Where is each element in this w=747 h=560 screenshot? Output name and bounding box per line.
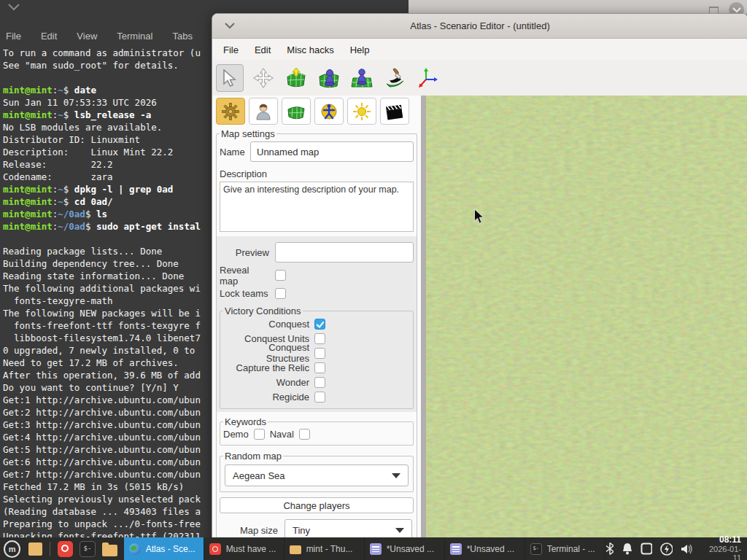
atlas-titlebar[interactable]: Atlas - Scenario Editor - (untitled) — [212, 14, 747, 39]
tool-place-object[interactable] — [316, 65, 342, 91]
atlas-menu-help[interactable]: Help — [342, 42, 378, 58]
pawn-on-grid-icon — [351, 68, 373, 88]
keyword-checkbox-demo[interactable] — [254, 429, 265, 440]
power-icon[interactable] — [660, 542, 673, 556]
system-tray: 08:11 2026-01-11 — [605, 535, 747, 560]
atlas-menu-misc-hacks[interactable]: Misc hacks — [279, 42, 341, 58]
terminal-menubar: FileEditViewTerminalTabsHelp — [6, 28, 232, 44]
terminal-icon: $- — [530, 543, 542, 555]
victory-checkbox-conquest-units[interactable] — [314, 333, 325, 344]
victory-checkbox-wonder[interactable] — [314, 377, 325, 388]
terminal-menu-view[interactable]: View — [77, 31, 97, 42]
tool-move[interactable] — [250, 65, 276, 91]
keyword-checkbox-naval[interactable] — [299, 429, 310, 440]
chevron-down-icon — [732, 7, 741, 13]
terminal-menu-edit[interactable]: Edit — [41, 31, 57, 42]
lock-teams-label: Lock teams — [220, 288, 269, 299]
volume-icon[interactable] — [681, 543, 694, 555]
taskbar: m $- Atlas - Sce...Must have ...mint - T… — [0, 537, 747, 560]
clock-date: 2026-01-11 — [703, 545, 741, 560]
mint-logo-icon: m — [9, 545, 16, 553]
tab-player[interactable] — [249, 98, 278, 125]
window-label: Terminal - ... — [547, 544, 595, 554]
map-viewport[interactable] — [426, 96, 747, 560]
description-textarea[interactable]: Give an interesting description of your … — [220, 182, 414, 232]
window-label: Atlas - Sce... — [146, 544, 196, 554]
name-label: Name — [220, 147, 250, 158]
tab-terrain[interactable] — [282, 98, 311, 125]
chevron-down-icon — [395, 528, 404, 533]
preview-label: Preview — [220, 247, 275, 258]
tool-select[interactable] — [216, 64, 244, 92]
media-player-launcher[interactable] — [58, 541, 73, 557]
tab-map-settings[interactable] — [216, 98, 245, 125]
taskbar-window-0[interactable]: Atlas - Sce... — [124, 537, 204, 560]
tool-move-object[interactable] — [349, 65, 375, 91]
figure-icon — [320, 103, 338, 120]
clock[interactable]: 08:11 2026-01-11 — [703, 535, 741, 560]
lock-teams-checkbox[interactable] — [275, 288, 286, 299]
victory-row: Wonder — [223, 375, 410, 389]
atlas-toolbar — [212, 61, 747, 96]
atlas-menu-edit[interactable]: Edit — [247, 42, 279, 58]
panel-sash[interactable] — [421, 96, 426, 560]
taskbar-window-1[interactable]: Must have ... — [204, 537, 285, 560]
atlas-sidebar: Map settings Name Unnamed map Descriptio… — [212, 96, 421, 560]
show-desktop-button[interactable] — [28, 542, 42, 556]
victory-row: Conquest Structures — [223, 346, 410, 360]
terrain-map-icon — [287, 104, 306, 120]
victory-checkbox-regicide[interactable] — [314, 392, 325, 402]
victory-label: Regicide — [223, 392, 314, 402]
window-list: Atlas - Sce...Must have ...mint - Thu...… — [124, 537, 605, 560]
editor-icon — [370, 543, 382, 555]
person-icon — [255, 103, 271, 120]
editor-icon — [450, 543, 462, 555]
keywords-group: Keywords DemoNaval — [220, 416, 414, 446]
victory-checkbox-conquest[interactable] — [314, 319, 325, 330]
notifications-icon[interactable] — [622, 542, 632, 555]
atlas-menu-file[interactable]: File — [215, 42, 247, 58]
mint-menu-button[interactable]: m — [4, 540, 20, 558]
axes-icon — [417, 68, 438, 88]
pawn-on-map-icon — [318, 68, 340, 88]
terminal-menu-file[interactable]: File — [6, 31, 21, 42]
tool-paint-terrain[interactable] — [382, 65, 408, 91]
folder-icon — [290, 545, 301, 554]
gear-icon — [222, 103, 239, 120]
random-map-title: Random map — [223, 451, 283, 462]
bluetooth-icon[interactable] — [605, 542, 614, 555]
taskbar-window-5[interactable]: $-Terminal - ... — [525, 537, 605, 560]
map-name-input[interactable]: Unnamed map — [250, 141, 414, 162]
taskbar-separator — [50, 542, 50, 556]
victory-row: Capture the Relic — [223, 360, 410, 375]
terrain-raise-icon — [285, 68, 307, 88]
reveal-map-label: Reveal map — [220, 265, 269, 287]
file-manager-launcher[interactable] — [102, 545, 117, 556]
terminal-launcher[interactable]: $- — [80, 541, 95, 557]
change-players-button[interactable]: Change players — [220, 497, 414, 513]
tool-elevation[interactable] — [283, 65, 309, 91]
victory-checkbox-conquest-structures[interactable] — [314, 348, 325, 359]
atlas-window-title: Atlas - Scenario Editor - (untitled) — [212, 20, 747, 31]
terminal-menu-terminal[interactable]: Terminal — [117, 31, 152, 42]
tab-cinema[interactable] — [380, 98, 409, 125]
grass-terrain — [426, 96, 747, 560]
globe-icon — [129, 543, 141, 555]
victory-checkbox-capture-the-relic[interactable] — [314, 362, 325, 373]
random-map-dropdown[interactable]: Aegean Sea — [225, 464, 409, 486]
tab-environment[interactable] — [347, 98, 376, 125]
taskbar-window-2[interactable]: mint - Thu... — [285, 537, 365, 560]
taskbar-window-4[interactable]: *Unsaved ... — [445, 537, 525, 560]
reveal-map-checkbox[interactable] — [275, 270, 286, 281]
tab-object[interactable] — [314, 98, 344, 125]
chevron-down-icon[interactable] — [7, 3, 20, 12]
map-size-value: Tiny — [293, 525, 310, 536]
victory-label: Conquest — [223, 319, 314, 330]
victory-label: Conquest Structures — [223, 342, 314, 364]
terminal-menu-tabs[interactable]: Tabs — [172, 31, 192, 42]
preview-input[interactable] — [275, 242, 414, 262]
keyword-label: Naval — [270, 429, 294, 440]
tray-applet-icon[interactable] — [640, 542, 652, 555]
tool-axes[interactable] — [414, 65, 441, 91]
taskbar-window-3[interactable]: *Unsaved ... — [365, 537, 445, 560]
